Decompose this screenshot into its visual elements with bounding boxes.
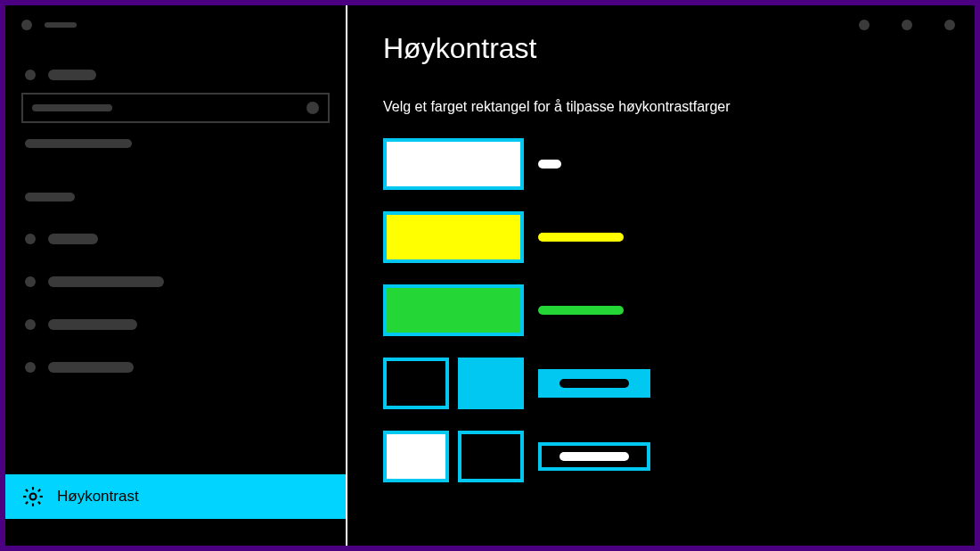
color-button[interactable] bbox=[538, 369, 650, 398]
sidebar-item-1-label bbox=[48, 234, 98, 244]
color-row-2 bbox=[383, 284, 939, 336]
subsection-heading-label bbox=[25, 193, 75, 201]
menu-icon[interactable] bbox=[21, 20, 32, 30]
sidebar-item-2-icon bbox=[25, 276, 36, 287]
sidebar-item-4-icon bbox=[25, 362, 36, 373]
color-swatch-list bbox=[383, 138, 939, 482]
search-placeholder bbox=[32, 104, 112, 111]
sidebar-item-1[interactable] bbox=[5, 226, 346, 251]
brightness-icon bbox=[21, 485, 45, 508]
sidebar-home-label bbox=[48, 70, 96, 80]
page-subtitle: Velg et farget rektangel for å tilpasse … bbox=[383, 99, 939, 115]
sidebar-home[interactable] bbox=[5, 62, 346, 87]
sidebar-item-2[interactable] bbox=[5, 269, 346, 294]
color-swatch-left[interactable] bbox=[383, 358, 449, 409]
color-label bbox=[538, 306, 624, 315]
color-swatch-left[interactable] bbox=[383, 431, 449, 482]
search-input[interactable] bbox=[21, 93, 330, 123]
color-swatch[interactable] bbox=[383, 138, 524, 190]
color-row-3 bbox=[383, 358, 939, 409]
color-swatch[interactable] bbox=[383, 211, 524, 263]
color-button-label bbox=[559, 452, 629, 461]
content-pane: Høykontrast Velg et farget rektangel for… bbox=[347, 5, 975, 546]
search-icon bbox=[306, 102, 319, 114]
color-swatch[interactable] bbox=[383, 284, 524, 336]
sidebar: Høykontrast bbox=[5, 5, 347, 546]
sidebar-item-highcontrast[interactable]: Høykontrast bbox=[5, 474, 346, 519]
section-heading-label bbox=[25, 139, 132, 148]
color-row-4 bbox=[383, 431, 939, 482]
home-icon bbox=[25, 70, 36, 80]
color-label bbox=[538, 233, 624, 242]
sidebar-item-3[interactable] bbox=[5, 312, 346, 337]
sidebar-item-4-label bbox=[48, 362, 134, 373]
svg-point-0 bbox=[30, 494, 37, 500]
sidebar-item-3-icon bbox=[25, 319, 36, 330]
sidebar-item-3-label bbox=[48, 319, 137, 330]
svg-line-7 bbox=[26, 502, 28, 504]
svg-line-8 bbox=[38, 489, 40, 491]
sidebar-item-4[interactable] bbox=[5, 355, 346, 380]
color-label bbox=[538, 160, 561, 169]
color-row-1 bbox=[383, 211, 939, 263]
color-row-0 bbox=[383, 138, 939, 190]
svg-line-5 bbox=[26, 489, 28, 491]
sidebar-subsection-heading bbox=[5, 185, 346, 209]
color-swatch-pair bbox=[383, 358, 524, 409]
sidebar-item-2-label bbox=[48, 276, 164, 287]
svg-line-6 bbox=[38, 502, 40, 504]
sidebar-section-heading bbox=[5, 136, 346, 155]
color-swatch-right[interactable] bbox=[458, 358, 524, 409]
sidebar-header-label bbox=[45, 22, 77, 28]
color-swatch-pair bbox=[383, 431, 524, 482]
color-button-label bbox=[559, 379, 629, 388]
page-title: Høykontrast bbox=[383, 32, 939, 65]
settings-window: Høykontrast Høykontrast Velg et farget r… bbox=[5, 5, 975, 546]
color-swatch-right[interactable] bbox=[458, 431, 524, 482]
sidebar-header bbox=[5, 14, 346, 36]
sidebar-item-1-icon bbox=[25, 234, 36, 244]
sidebar-item-highcontrast-label: Høykontrast bbox=[57, 488, 139, 506]
color-button[interactable] bbox=[538, 442, 650, 471]
